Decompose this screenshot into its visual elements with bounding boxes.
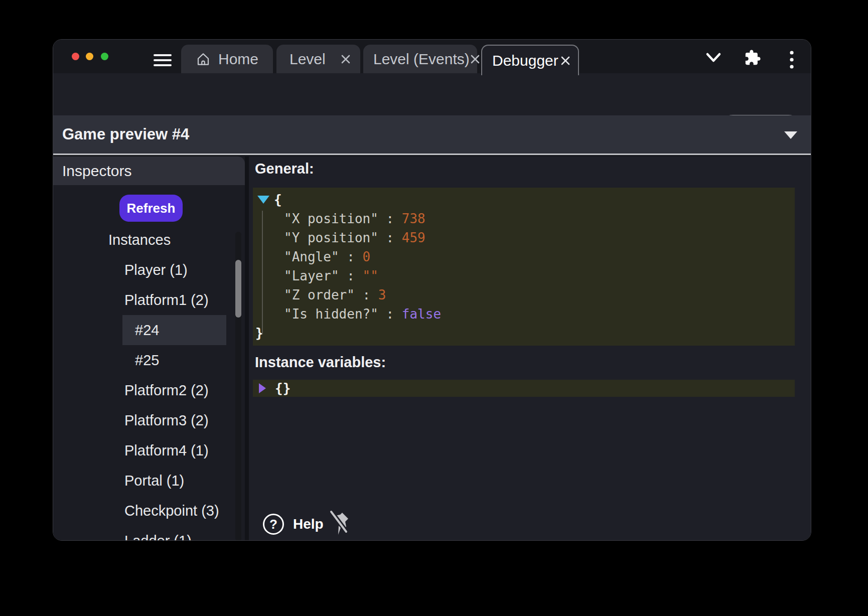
tab-label: Debugger: [492, 52, 558, 69]
game-preview-selector[interactable]: Game preview #4: [53, 115, 811, 155]
variables-empty-object: {}: [275, 381, 291, 396]
tab-home[interactable]: Home: [181, 45, 273, 73]
tab-level[interactable]: Level: [276, 45, 360, 73]
property-value[interactable]: false: [402, 306, 441, 322]
tab-level-events[interactable]: Level (Events): [363, 45, 477, 73]
tree-item-portal[interactable]: Portal (1): [53, 466, 226, 496]
property-value[interactable]: 459: [402, 230, 425, 245]
instance-variables-tree[interactable]: {}: [253, 380, 795, 397]
panel-divider: [245, 157, 249, 541]
property-value[interactable]: 738: [402, 211, 425, 226]
inspectors-sidebar: Inspectors Refresh Instances Player (1) …: [53, 157, 245, 541]
property-row-angle[interactable]: "Angle" : 0: [253, 247, 795, 266]
kebab-menu-icon[interactable]: [788, 50, 795, 70]
tree-item-platform4[interactable]: Platform4 (1): [53, 435, 226, 466]
minimize-window-button[interactable]: [86, 53, 93, 60]
tree-item-platform1[interactable]: Platform1 (2): [53, 285, 226, 315]
close-icon[interactable]: [560, 55, 571, 66]
tab-label: Home: [218, 51, 258, 68]
tab-label: Level: [290, 51, 326, 68]
help-icon[interactable]: ?: [263, 514, 284, 535]
property-value[interactable]: 3: [378, 287, 386, 302]
close-icon[interactable]: [340, 54, 351, 65]
property-value[interactable]: 0: [363, 249, 371, 264]
scrollbar-thumb[interactable]: [235, 260, 241, 318]
game-preview-title: Game preview #4: [62, 125, 189, 143]
tree-item-checkpoint[interactable]: Checkpoint (3): [53, 496, 226, 526]
pin-off-icon[interactable]: [325, 509, 353, 539]
general-section-label: General:: [255, 161, 314, 177]
title-bar: Home Level Level (Events) Debugger: [53, 40, 811, 73]
property-value[interactable]: "": [363, 268, 378, 283]
tree-item-instance-25[interactable]: #25: [53, 345, 226, 375]
dropdown-caret-icon[interactable]: [784, 131, 797, 139]
property-row-y-position[interactable]: "Y position" : 459: [253, 228, 795, 247]
home-icon: [196, 52, 211, 67]
instance-inspector-panel: General: { "X position" : 738 "Y positio…: [249, 157, 811, 541]
debugger-body: Inspectors Refresh Instances Player (1) …: [53, 157, 811, 541]
maximize-window-button[interactable]: [101, 53, 108, 60]
refresh-button[interactable]: Refresh: [119, 195, 183, 222]
debugger-toolbar: Pause: [53, 73, 811, 115]
tree-item-ladder[interactable]: Ladder (1): [53, 526, 226, 541]
expand-arrow-icon[interactable]: [259, 383, 266, 393]
property-row-is-hidden[interactable]: "Is hidden?" : false: [253, 304, 795, 324]
tree-item-platform2[interactable]: Platform2 (2): [53, 375, 226, 405]
extensions-puzzle-icon[interactable]: [744, 49, 761, 66]
screen: Home Level Level (Events) Debugger: [0, 0, 868, 616]
tree-item-instances[interactable]: Instances: [53, 225, 226, 255]
app-window: Home Level Level (Events) Debugger: [53, 39, 811, 541]
tree-item-player[interactable]: Player (1): [53, 255, 226, 285]
close-window-button[interactable]: [72, 53, 79, 60]
property-row-z-order[interactable]: "Z order" : 3: [253, 285, 795, 304]
instance-variables-label: Instance variables:: [255, 354, 386, 371]
property-row-layer[interactable]: "Layer" : "": [253, 266, 795, 285]
close-brace: }: [253, 324, 795, 343]
open-brace: {: [274, 190, 282, 209]
inspectors-header: Inspectors: [53, 157, 245, 185]
chevron-down-icon[interactable]: [705, 52, 721, 63]
close-icon[interactable]: [470, 54, 481, 65]
tab-label: Level (Events): [373, 51, 470, 68]
general-properties-tree: { "X position" : 738 "Y position" : 459 …: [253, 188, 795, 346]
collapse-arrow-icon[interactable]: [257, 196, 269, 204]
tree-item-instance-24-selected[interactable]: #24: [122, 315, 226, 345]
menu-icon[interactable]: [154, 54, 172, 67]
tree-guide-line: [262, 211, 263, 334]
help-button[interactable]: Help: [293, 515, 324, 534]
property-row-x-position[interactable]: "X position" : 738: [253, 209, 795, 228]
tab-debugger-active[interactable]: Debugger: [481, 45, 579, 75]
tree-item-platform3[interactable]: Platform3 (2): [53, 405, 226, 435]
